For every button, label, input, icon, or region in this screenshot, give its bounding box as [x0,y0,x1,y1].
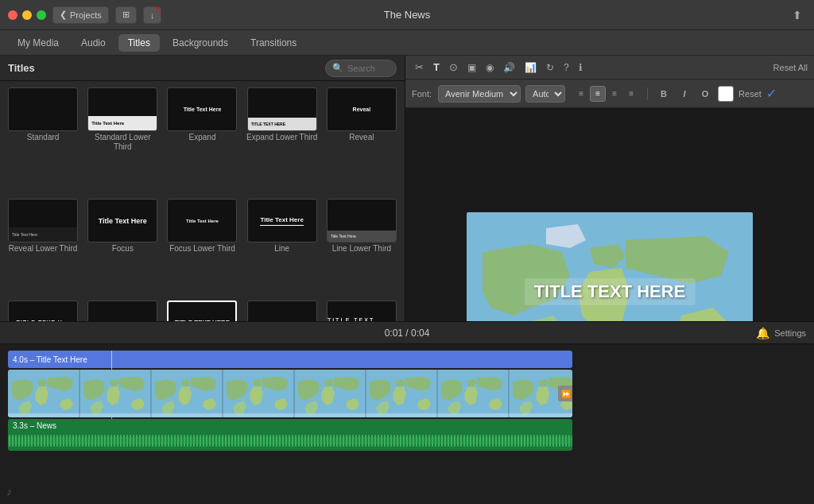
search-icon: 🔍 [332,63,343,73]
audio-tool[interactable]: 🔊 [500,60,518,75]
tab-titles[interactable]: Titles [118,34,160,52]
separator [647,87,648,100]
info-tool[interactable]: ℹ [576,60,586,75]
list-item[interactable]: Title Text Here Line Lower Third [324,197,400,296]
title-thumb-standard [8,87,78,131]
list-item[interactable]: Title Text Here Focus [84,197,161,296]
tab-transitions[interactable]: Transitions [241,34,306,52]
share-button[interactable]: ⬆ [789,7,806,23]
font-size-select[interactable]: Auto [525,85,565,103]
tab-audio[interactable]: Audio [72,34,115,52]
projects-button[interactable]: ❮ Projects [52,6,109,24]
list-item[interactable]: Title Text Here Standard Lower Third [84,86,161,194]
video-end-button[interactable]: ⏩ [558,386,572,401]
grid-icon: ⊞ [122,10,130,20]
music-note-icon: ♪ [6,485,12,498]
bar-chart-tool[interactable]: 📊 [521,60,540,75]
align-center-button[interactable]: ≡ [590,86,606,102]
title-thumb: Title Text Here [247,199,317,242]
close-button[interactable] [8,10,17,20]
title-track-label: 4.0s – Title Text Here [13,355,87,364]
color-swatch[interactable] [718,86,734,102]
title-thumb: Title Text Here [327,199,397,242]
chevron-left-icon: ❮ [60,10,67,20]
record-tool[interactable]: ◉ [483,60,497,75]
timecode-display: 0:01 / 0:04 [385,328,430,339]
download-button[interactable]: ↓ [143,6,162,24]
window-controls [8,10,46,20]
list-item[interactable]: Title Text Here Line [244,197,320,296]
color-tool[interactable]: ▣ [464,60,479,75]
loop-tool[interactable]: ↻ [543,60,557,75]
reset-check-icon[interactable]: ✓ [766,86,777,101]
svg-rect-5 [8,370,572,417]
bell-icon: 🔔 [756,327,769,339]
settings-label: Settings [774,328,806,338]
font-family-select[interactable]: Avenir Medium [438,85,521,103]
reset-button[interactable]: Reset [738,89,762,99]
title-thumb: Title Text Here [167,199,237,242]
panel-title: Titles [8,62,35,74]
titlebar: ❮ Projects ⊞ ↓ ↑ The News ⬆ [0,0,814,30]
italic-button[interactable]: I [676,86,692,102]
tab-my-media[interactable]: My Media [8,34,68,52]
titlebar-right: ⬆ [789,7,806,23]
title-thumb: Title Text Here [87,199,157,242]
tab-backgrounds[interactable]: Backgrounds [163,34,238,52]
title-item-label: Expand [189,133,216,142]
fast-forward-icon: ⏩ [561,390,571,398]
title-item-label: Standard Lower Third [86,133,159,152]
title-item-label: Reveal [349,133,374,142]
title-item-label: Line [274,244,289,254]
audio-track[interactable]: 3.3s – News [8,419,572,451]
search-input[interactable] [347,64,399,73]
title-item-label: Expand Lower Third [246,133,317,142]
list-item[interactable]: Title Text Here Reveal Lower Third [5,197,81,296]
minimize-button[interactable] [22,10,32,20]
timeline-section: 0:01 / 0:04 🔔 Settings 4.0s – Title Text… [0,321,814,504]
title-thumb: Reveal [327,87,397,131]
cursor-tool[interactable]: ✂ [412,60,427,75]
list-item[interactable]: TITLE TEXT HERE Expand Lower Third [244,86,320,194]
outline-button[interactable]: O [697,86,713,102]
font-label: Font: [412,89,432,99]
title-thumb: Title Text Here [87,87,157,131]
list-item[interactable]: Title Text Here Expand [164,86,240,194]
grid-view-button[interactable]: ⊞ [115,6,137,24]
title-item-label: Standard [27,133,60,142]
bold-button[interactable]: B [656,86,672,102]
title-item-label: Focus Lower Third [169,244,235,254]
search-box[interactable]: 🔍 [325,60,397,77]
app-title: The News [384,9,431,21]
audio-track-label: 3.3s – News [13,421,56,430]
list-item[interactable]: Standard [5,86,81,194]
title-thumb: Title Text Here [167,87,237,131]
list-item[interactable]: Reveal Reveal [324,86,400,194]
panel-header: Titles 🔍 [0,56,405,81]
preview-title: TITLE TEXT HERE [525,278,696,305]
list-item[interactable]: Title Text Here Focus Lower Third [164,197,240,296]
align-left-button[interactable]: ≡ [573,86,589,102]
circle-tool[interactable]: ⊙ [446,60,461,75]
title-thumb: TITLE TEXT HERE [247,87,317,131]
title-item-label: Reveal Lower Third [9,244,78,254]
question-tool[interactable]: ? [560,60,572,75]
title-thumb: Title Text Here [8,199,78,242]
title-track[interactable]: 4.0s – Title Text Here [8,351,572,368]
font-toolbar: Font: Avenir Medium Auto ≡ ≡ ≡ ≡ B I O R… [405,79,814,108]
tool-icon-row: ✂ T ⊙ ▣ ◉ 🔊 📊 ↻ ? ℹ Reset All [405,56,814,79]
title-item-label: Line Lower Third [332,244,391,254]
timeline-header: 0:01 / 0:04 🔔 Settings [0,322,814,344]
maximize-button[interactable] [37,10,46,20]
align-buttons: ≡ ≡ ≡ ≡ [573,86,639,102]
align-justify-button[interactable]: ≡ [623,86,639,102]
tracks-area: 4.0s – Title Text Here [8,351,806,451]
reset-all-button[interactable]: Reset All [773,63,808,72]
settings-area: 🔔 Settings [756,327,806,339]
align-right-button[interactable]: ≡ [607,86,622,102]
timeline-tracks: 4.0s – Title Text Here [0,344,814,504]
text-tool[interactable]: T [430,60,443,75]
svg-rect-15 [8,437,572,444]
video-track[interactable]: ⏩ [8,370,572,417]
title-item-label: Focus [112,244,134,254]
